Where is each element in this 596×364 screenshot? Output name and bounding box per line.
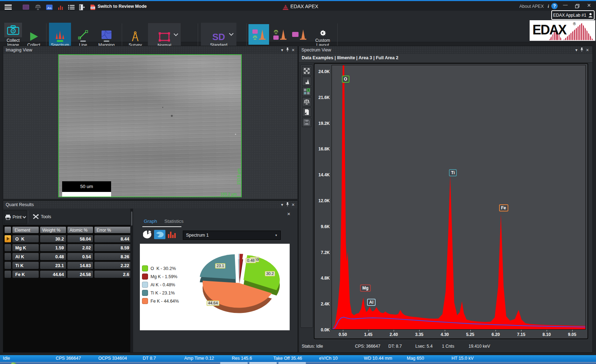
exit-door-icon[interactable] [78,4,86,11]
review-mode-icon [89,4,96,11]
normal-dropdown-chevron[interactable] [174,32,178,36]
close-button[interactable]: × [587,2,591,9]
column-atomic[interactable]: Atomic % [67,226,93,233]
quant-dock-chevron-icon[interactable]: ▾ [281,202,283,207]
layout-preset-3-button[interactable] [290,24,308,45]
graph-close-icon[interactable]: × [287,211,290,217]
collect-button[interactable]: Collect [25,23,43,49]
spectrum-view-panel: Spectrum View ▾ × Data Examples | Illmen… [299,46,593,353]
print-button[interactable]: Print [4,210,27,224]
tools-button[interactable]: Tools [31,210,53,224]
menu-hamburger-icon[interactable] [4,4,13,11]
sem-image[interactable]: 50 um 189.2 µm 153.8 µm [58,54,242,197]
quant-results-header: Quant Results ▾ × [3,201,297,209]
chart-type-bar-button[interactable] [166,230,177,239]
mini-image-icon [292,32,299,37]
spectrum-close-icon[interactable]: × [586,48,589,53]
taskbar-button[interactable] [278,362,306,364]
y-tick-label: 14.4K [314,172,330,177]
legend-item: Mg K - 1.59% [142,272,179,281]
status-lsec: Lsec: 5.4 [415,344,433,349]
breadcrumb: Data Examples | Illmenite | Area 3 | Ful… [302,55,398,60]
image-width-label: 189.2 µm [220,192,237,196]
spectrum-chart-icon[interactable] [57,4,65,11]
quant-pin-icon[interactable] [286,202,289,208]
about-apex-link[interactable]: About APEX [519,4,544,9]
mode-spectrum-button[interactable]: Spectrum [49,23,71,49]
row-select-mg[interactable] [4,244,11,252]
collect-image-button[interactable]: Collect Image [3,23,23,49]
quality-standard-button[interactable]: SD Standard [201,23,236,49]
list-view-icon[interactable] [67,4,75,11]
printer-icon [5,214,11,220]
restore-button[interactable] [575,4,580,10]
mode-mapping-button[interactable]: Mapping [94,23,119,49]
quant-scales-icon[interactable] [34,4,42,11]
column-weight[interactable]: Weight % [40,226,66,233]
row-select-fe[interactable] [4,270,11,278]
cell-element: Fe K [12,270,39,278]
tools-label: Tools [41,214,51,219]
sb-mag: Mag 650 [407,356,424,361]
mapping-image-icon[interactable] [45,4,53,11]
imaging-pin-icon[interactable] [286,47,289,53]
row-select-al[interactable] [4,253,11,260]
imaging-dock-chevron-icon[interactable]: ▾ [281,48,283,53]
spectrum-plot[interactable]: OMgAlTiFe [332,65,586,330]
imaging-close-icon[interactable]: × [292,48,295,53]
active-underline [57,40,63,42]
expand-arrows-icon[interactable] [302,66,311,76]
column-element[interactable]: Element [12,226,39,233]
quant-balance-icon[interactable] [302,97,311,106]
spectrum-select-dropdown[interactable]: Spectrum 1 ▼ [183,231,281,240]
mode-line-button[interactable]: Line [73,23,93,49]
peak-id-icon[interactable] [302,77,311,86]
page-flip-icon[interactable] [302,107,311,117]
quadrant-grid-icon[interactable] [302,87,311,96]
row-select-ti[interactable] [4,261,11,269]
save-icon[interactable] [302,118,311,127]
start-button[interactable] [11,362,16,364]
y-tick-label: 21.6K [314,95,330,100]
help-icon[interactable]: ? [551,3,558,9]
layout-preset-2-button[interactable] [270,24,289,45]
column-error[interactable]: Error % [94,226,132,233]
account-selector[interactable]: EDAX AppLab #1 [551,10,595,20]
cell-atomic: 58.04 [67,235,93,243]
image-tool-icon[interactable] [22,4,30,11]
spectrum-series [333,65,586,329]
info-icon[interactable]: i [548,4,549,9]
spectrum-pin-icon[interactable] [580,47,584,53]
cell-element: Al K [12,253,39,260]
cell-atomic: 2.02 [67,244,93,252]
custom-layout-button[interactable]: Custom Layout [312,23,334,49]
tab-graph[interactable]: Graph [144,219,157,224]
mini-image-icon [273,35,279,40]
quant-results-panel: Quant Results ▾ × Print Tools Element [3,200,298,353]
quant-results-title: Quant Results [6,202,34,207]
row-select-o[interactable] [4,235,11,243]
switch-to-review-mode-button[interactable]: Switch to Review Mode [98,4,147,9]
survey-button[interactable]: Survey [125,23,146,49]
taskbar-button[interactable] [249,362,277,364]
taskbar-button[interactable] [220,362,248,364]
spectrum-dock-chevron-icon[interactable]: ▾ [575,48,578,53]
sb-cps: CPS 366647 [56,356,81,361]
y-tick-label: 24.0K [314,69,330,74]
chart-type-pie-button[interactable] [142,230,153,239]
tools-icon [33,214,39,220]
os-taskbar [0,362,596,364]
user-icon [588,13,593,17]
edax-brand-logo: EDAX ® [530,20,595,41]
minimize-button[interactable]: — [563,2,568,7]
mini-image-icon [252,29,258,34]
tab-statistics[interactable]: Statistics [164,219,184,224]
imaging-view-header: Imaging View ▾ × [3,46,297,54]
splitter[interactable] [130,209,133,352]
layout-preset-1-button[interactable] [248,24,269,45]
quant-close-icon[interactable]: × [292,202,295,207]
x-tick-label: 6.20 [488,332,503,337]
chart-type-pie3d-button[interactable] [154,230,165,239]
quality-dropdown-chevron[interactable] [229,31,234,36]
pie-legend: O K - 30.2% Mg K - 1.59% Al K - 0.48% Ti… [142,264,179,305]
